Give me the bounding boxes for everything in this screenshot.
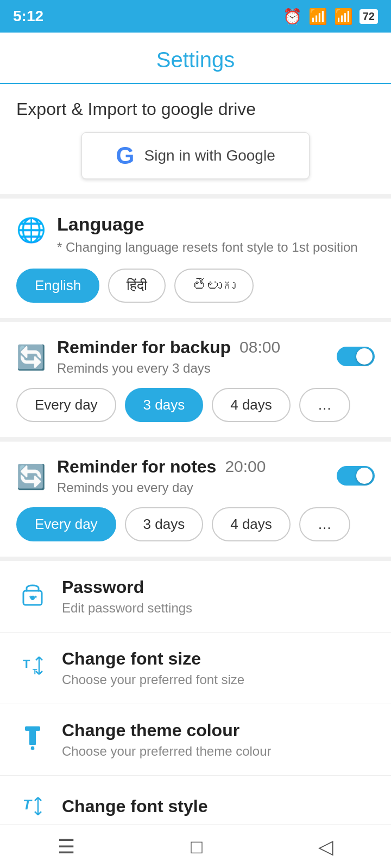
notes-reminder-section: 🔄 Reminder for notes 20:00 Reminds you e… <box>0 442 391 557</box>
font-style-icon: T <box>16 792 49 825</box>
font-size-menu-item[interactable]: T T Change font size Choose your preferr… <box>0 633 391 704</box>
font-size-title: Change font size <box>62 649 375 669</box>
bottom-navigation: ☰ □ ◁ <box>0 825 391 868</box>
notes-reminder-time: 20:00 <box>225 457 266 476</box>
svg-point-12 <box>30 746 35 750</box>
battery-indicator: 72 <box>360 9 378 24</box>
password-icon: *** <box>16 580 49 612</box>
status-icons: ⏰ 📶 📶 72 <box>283 8 378 25</box>
main-content: Settings Export & Import to google drive… <box>0 33 391 868</box>
svg-rect-10 <box>25 726 40 731</box>
theme-icon <box>16 723 49 756</box>
theme-colour-menu-item[interactable]: Change theme colour Choose your preferre… <box>0 704 391 776</box>
export-title: Export & Import to google drive <box>16 99 375 119</box>
nav-back-icon[interactable]: ◁ <box>318 835 333 858</box>
backup-reminder-toggle[interactable] <box>337 347 375 366</box>
svg-text:T: T <box>23 657 30 671</box>
password-title: Password <box>62 577 375 597</box>
font-size-subtitle: Choose your preferred font size <box>62 672 375 687</box>
settings-menu: *** Password Edit password settings T T <box>0 561 391 841</box>
backup-more[interactable]: … <box>299 388 350 422</box>
font-size-icon: T T <box>16 652 49 684</box>
backup-reminder-subtitle: Reminds you every 3 days <box>57 361 326 376</box>
language-option-telugu[interactable]: తెలుగు <box>174 269 254 303</box>
backup-every-day[interactable]: Every day <box>16 388 116 422</box>
language-subtitle: * Changing language resets font style to… <box>57 238 375 257</box>
notes-reminder-icon: 🔄 <box>16 463 46 491</box>
status-bar: 5:12 ⏰ 📶 📶 72 <box>0 0 391 33</box>
google-signin-button[interactable]: G Sign in with Google <box>81 132 310 179</box>
notes-reminder-toggle[interactable] <box>337 466 375 486</box>
notes-reminder-title: Reminder for notes <box>57 457 216 477</box>
page-title: Settings <box>11 48 380 72</box>
font-style-title: Change font style <box>62 796 375 816</box>
settings-header: Settings <box>0 33 391 84</box>
theme-subtitle: Choose your preferred theme colour <box>62 744 375 759</box>
notes-more[interactable]: … <box>299 507 350 541</box>
signin-button-label: Sign in with Google <box>144 147 275 164</box>
notes-every-day[interactable]: Every day <box>16 507 116 541</box>
notes-reminder-subtitle: Reminds you every day <box>57 480 326 495</box>
language-section: 🌐 Language * Changing language resets fo… <box>0 199 391 318</box>
language-options: English हिंदी తెలుగు <box>16 269 375 303</box>
language-option-hindi[interactable]: हिंदी <box>108 269 166 303</box>
google-logo-icon: G <box>116 144 134 168</box>
svg-text:T: T <box>23 796 33 813</box>
notes-3-days[interactable]: 3 days <box>125 507 204 541</box>
backup-4-days[interactable]: 4 days <box>212 388 291 422</box>
svg-rect-11 <box>29 731 36 745</box>
nav-home-icon[interactable]: □ <box>191 835 203 858</box>
notes-4-days[interactable]: 4 days <box>212 507 291 541</box>
theme-title: Change theme colour <box>62 720 375 741</box>
language-title: Language <box>57 214 375 235</box>
alarm-icon: ⏰ <box>283 8 302 25</box>
language-option-english[interactable]: English <box>16 269 99 303</box>
language-globe-icon: 🌐 <box>16 216 46 244</box>
signal-icon: 📶 <box>334 8 353 25</box>
status-time: 5:12 <box>13 8 43 25</box>
backup-reminder-options: Every day 3 days 4 days … <box>16 388 375 422</box>
backup-reminder-time: 08:00 <box>239 338 280 356</box>
notes-reminder-options: Every day 3 days 4 days … <box>16 507 375 541</box>
nav-menu-icon[interactable]: ☰ <box>58 835 75 858</box>
backup-reminder-section: 🔄 Reminder for backup 08:00 Reminds you … <box>0 322 391 437</box>
svg-text:***: *** <box>29 595 37 602</box>
wifi-icon: 📶 <box>308 8 327 25</box>
backup-reminder-title: Reminder for backup <box>57 337 231 358</box>
password-menu-item[interactable]: *** Password Edit password settings <box>0 561 391 633</box>
backup-reminder-icon: 🔄 <box>16 343 46 372</box>
password-subtitle: Edit password settings <box>62 601 375 616</box>
export-section: Export & Import to google drive G Sign i… <box>0 84 391 194</box>
backup-3-days[interactable]: 3 days <box>125 388 204 422</box>
